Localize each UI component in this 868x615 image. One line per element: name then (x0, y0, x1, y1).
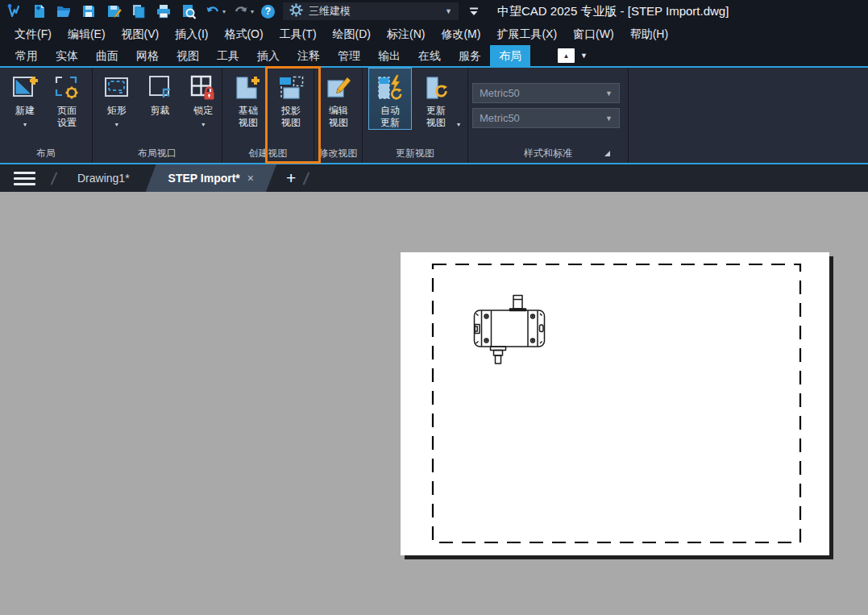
menu-modify[interactable]: 修改(M) (433, 23, 488, 45)
clip-viewport-icon (145, 71, 176, 105)
chevron-down-icon: ▼ (445, 7, 452, 15)
gear-icon (289, 3, 303, 19)
quick-access-toolbar: ▾ ▾ ? (5, 2, 275, 20)
doc-tab-label: STEP Import* (168, 164, 240, 192)
update-view-button[interactable]: 更新视图 ▾ (417, 68, 455, 130)
ribbon-tab-online[interactable]: 在线 (409, 45, 450, 66)
menu-draw[interactable]: 绘图(D) (325, 23, 379, 45)
rect-viewport-icon (102, 71, 132, 105)
print-preview-icon[interactable] (180, 2, 197, 20)
page-setup-button[interactable]: 页面设置 (48, 68, 85, 130)
panel-style-standard: Metric50 ▼ Metric50 ▼ 样式和标准 (468, 68, 629, 163)
workspace-label: 三维建模 (309, 4, 351, 19)
ribbon-tab-output[interactable]: 输出 (369, 45, 409, 66)
projected-view-icon (276, 71, 306, 105)
dropdown-icon: ▾ (115, 118, 118, 131)
new-file-icon[interactable] (30, 2, 48, 20)
ribbon-tab-insert[interactable]: 插入 (248, 45, 289, 66)
ribbon-tab-view[interactable]: 视图 (168, 45, 208, 66)
menu-help[interactable]: 帮助(H) (622, 23, 676, 45)
ribbon-tab-tools[interactable]: 工具 (208, 45, 248, 66)
dropdown-icon: ▾ (201, 118, 205, 131)
edit-view-button[interactable]: 编辑视图 (320, 68, 357, 130)
panel-label-layout-viewport: 布局视口 (93, 147, 222, 160)
chevron-down-icon: ▼ (605, 89, 613, 98)
ribbon-collapse-button[interactable]: ▲ (558, 48, 575, 63)
menu-edit[interactable]: 编辑(E) (60, 23, 114, 45)
print-icon[interactable] (155, 2, 172, 20)
dropdown-icon[interactable]: ▾ (457, 118, 460, 131)
panel-create-view: 基础视图 投影视图 创建视图 (222, 68, 314, 163)
save-as-icon[interactable] (105, 2, 123, 20)
ribbon-tab-manage[interactable]: 管理 (329, 45, 369, 66)
edit-view-icon (323, 71, 354, 105)
titlebar: ▾ ▾ ? 三维建模 ▼ 中望CAD 2025 专业版 - [STEP Impo… (0, 0, 868, 23)
ribbon: 新建 ▾ 页面设置 布局 矩形 ▾ (0, 68, 868, 164)
ribbon-tab-solid[interactable]: 实体 (47, 45, 87, 66)
dialog-launcher-icon[interactable] (604, 151, 610, 156)
help-button[interactable]: ? (261, 5, 275, 19)
ribbon-tab-surface[interactable]: 曲面 (87, 45, 127, 66)
tab-separator (303, 172, 310, 185)
new-tab-button[interactable]: + (286, 166, 296, 190)
window-title: 中望CAD 2025 专业版 - [STEP Import.dwg] (497, 4, 729, 19)
save-icon[interactable] (80, 2, 98, 20)
dim-style-value: Metric50 (480, 112, 520, 124)
layout-drawing (401, 252, 829, 555)
panel-update-view: 自动更新 更新视图 ▾ 更新视图 (363, 68, 468, 163)
lock-viewport-button[interactable]: 锁定 ▾ (185, 68, 222, 131)
view-style-value: Metric50 (480, 87, 520, 99)
menu-file[interactable]: 文件(F) (6, 23, 60, 45)
redo-dropdown-icon[interactable]: ▾ (251, 8, 254, 15)
ribbon-tab-annotate[interactable]: 注释 (289, 45, 329, 66)
menu-hamburger-button[interactable] (14, 172, 35, 185)
panel-label-modify-view: 修改视图 (314, 147, 362, 160)
document-tab-bar: Drawing1* STEP Import* × + (0, 164, 868, 192)
menu-format[interactable]: 格式(O) (216, 23, 271, 45)
open-folder-icon[interactable] (55, 2, 73, 20)
undo-dropdown-icon[interactable]: ▾ (222, 8, 226, 15)
ribbon-options-button[interactable]: ▼ (580, 52, 588, 60)
ribbon-tab-mesh[interactable]: 网格 (127, 45, 168, 66)
ribbon-tab-layout[interactable]: 布局 (490, 45, 530, 66)
ribbon-tab-bar: 常用 实体 曲面 网格 视图 工具 插入 注释 管理 输出 在线 服务 布局 ▲… (0, 45, 868, 68)
menu-insert[interactable]: 插入(I) (167, 23, 216, 45)
menu-tools[interactable]: 工具(T) (272, 23, 325, 45)
chevron-down-icon: ▼ (605, 114, 613, 123)
part-drawing (475, 296, 545, 364)
qat-customize-button[interactable] (468, 6, 480, 17)
panel-label-update-view: 更新视图 (363, 147, 467, 160)
dropdown-icon: ▾ (23, 118, 27, 131)
view-style-combobox[interactable]: Metric50 ▼ (472, 83, 620, 103)
base-view-button[interactable]: 基础视图 (230, 68, 267, 130)
redo-button[interactable]: ▾ (233, 3, 254, 19)
layout-canvas[interactable] (0, 192, 868, 615)
auto-update-icon (375, 71, 405, 105)
clip-viewport-button[interactable]: 剪裁 (142, 68, 179, 118)
close-tab-icon[interactable]: × (247, 164, 254, 192)
menu-express-tools[interactable]: 扩展工具(X) (488, 23, 565, 45)
doc-tab-step-import[interactable]: STEP Import* × (146, 164, 276, 192)
rect-viewport-button[interactable]: 矩形 ▾ (98, 68, 135, 131)
ribbon-tab-service[interactable]: 服务 (450, 45, 490, 66)
projected-view-button[interactable]: 投影视图 (272, 68, 309, 130)
tab-separator (51, 172, 58, 185)
ribbon-tab-home[interactable]: 常用 (6, 45, 47, 66)
new-layout-button[interactable]: 新建 ▾ (6, 68, 44, 131)
page-setup-icon (52, 71, 82, 105)
doc-tab-drawing1[interactable]: Drawing1* (66, 164, 141, 192)
menu-view[interactable]: 视图(V) (114, 23, 168, 45)
menu-window[interactable]: 窗口(W) (565, 23, 622, 45)
workspace-selector[interactable]: 三维建模 ▼ (283, 2, 459, 20)
update-view-icon (421, 71, 451, 105)
panel-layout-viewport: 矩形 ▾ 剪裁 锁定 ▾ 布局视口 (93, 68, 222, 163)
menu-dimension[interactable]: 标注(N) (379, 23, 433, 45)
lock-viewport-icon (188, 71, 218, 105)
auto-update-button[interactable]: 自动更新 (368, 68, 412, 130)
undo-button[interactable]: ▾ (205, 3, 226, 19)
panel-label-layout: 布局 (0, 147, 92, 160)
dim-style-combobox[interactable]: Metric50 ▼ (472, 108, 620, 128)
paper-sheet[interactable] (401, 252, 829, 555)
copy-icon[interactable] (130, 2, 147, 20)
base-view-icon (233, 71, 264, 105)
